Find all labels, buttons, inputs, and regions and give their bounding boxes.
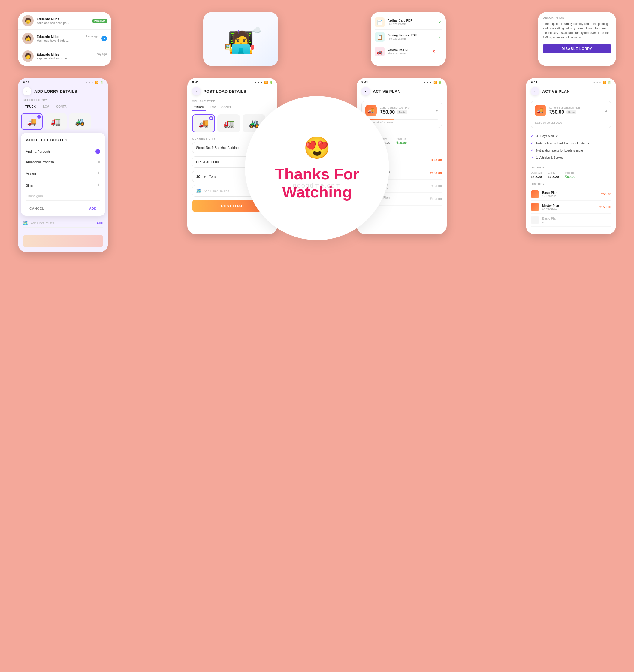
header-active-right: ‹ ACTIVE PLAN	[526, 85, 616, 98]
plan-name-row-left: ₹50.00 Basic	[380, 109, 433, 115]
lorry-fleet-text: Add Fleet Routes	[31, 221, 94, 225]
lorry-bottom: 🗺️ Add Fleet Routes ADD	[18, 216, 108, 231]
notif-content-3: Eduardo Miles 1 day ago Explore latest l…	[37, 52, 107, 60]
fleet-actions: CANCEL ADD	[26, 205, 100, 212]
truck-image-3[interactable]: 🚜	[69, 113, 91, 130]
truck-image-1[interactable]: 🚚	[21, 113, 43, 130]
truck-img-2[interactable]: 🚛	[217, 114, 240, 133]
fleet-route-item-3: Assam +	[26, 167, 100, 179]
vehicle-type-tabs: TRUCK LCV CONTA	[187, 104, 277, 111]
truck-radio-selected	[209, 116, 213, 120]
battery-icon-ar: 🔋	[608, 81, 611, 84]
plan-card-header-right: 🚚 Current Subscription Plan ₹50.00 Basic…	[535, 105, 607, 116]
plan-chevron-right: ▴	[605, 108, 607, 113]
header-title-lorry: ADD LORRY DETAILS	[34, 89, 77, 94]
header-active-left: ‹ ACTIVE PLAN	[357, 85, 447, 98]
tons-plus: +	[203, 174, 206, 179]
header-title-post-load: POST LOAD DETAILS	[204, 89, 246, 94]
doc-item-3: 🚗 Vehicle Rc.PDF File size 2.6MB ✗ ⏸	[375, 44, 442, 59]
signal-icon-post: ▲▲▲	[254, 81, 263, 84]
truck-image-2[interactable]: 🚛	[45, 113, 67, 130]
section-label-lorry: SELECT LORRY	[18, 98, 108, 101]
status-time-active-left: 9:41	[361, 80, 368, 84]
lorry-fleet-add[interactable]: ADD	[97, 221, 103, 225]
fleet-cancel-button[interactable]: CANCEL	[26, 205, 48, 212]
post-load-btn-label: POST LOAD	[221, 204, 244, 208]
feature-text-2: Instans Access to all Premium Features	[536, 142, 589, 145]
plan-card-header-left: 🚚 Current Subscription Plan ₹50.00 Basic…	[365, 105, 438, 116]
fleet-popup: ADD FLEET ROUTES Andhra Pardesh Arunacha…	[21, 133, 105, 216]
details-grid-right: Due Paid 12.2.20 Expiry 10.3.20 Paid Rs.…	[531, 171, 611, 179]
details-title-right: DETAILS	[531, 166, 611, 169]
fleet-route-item-4: Bihar +	[26, 179, 100, 191]
feature-item-3: ✓ Notification alerts for Loads & more	[531, 147, 611, 154]
feature-check-1: ✓	[531, 134, 534, 138]
screen-docs: 📄 Aadhar Card.PDF File size 2.5MB ✓ 📋 Dr…	[371, 12, 446, 66]
status-time-active-right: 9:41	[531, 80, 537, 84]
back-button-active-left[interactable]: ‹	[361, 87, 370, 95]
upload-decor-1: 🖼️	[225, 44, 231, 50]
plan-chevron-left: ▾	[436, 108, 438, 113]
doc-icon-2: 📋	[375, 32, 384, 42]
upload-cloud-icon: ☁️	[252, 25, 261, 35]
vehicle-tab-conta[interactable]: CONTA	[54, 104, 69, 110]
wifi-icon-post: 🛜	[264, 81, 268, 84]
fleet-icon-post: 🗺️	[196, 189, 201, 193]
watermark: gooodme.com	[293, 182, 341, 189]
vehicle-tab-truck[interactable]: TRUCK	[23, 104, 38, 110]
vehicle-tab-lcv[interactable]: LCV	[41, 104, 51, 110]
notif-item-2: 🧑 Eduardo Miles 1 min ago Your load have…	[18, 30, 111, 47]
history-title-right: HISTORY	[531, 183, 611, 186]
avatar-1: 🧑	[22, 15, 33, 26]
plan-expire-right: Expire on 20 Mar 2020	[535, 121, 607, 124]
history-item-2-right: Master Plan 14 Mar 2019 ₹150.00	[531, 201, 611, 214]
notif-text-2: Your load have 5 bids ...	[37, 39, 98, 42]
feature-check-4: ✓	[531, 155, 534, 160]
tons-number: 10	[196, 174, 200, 179]
doc-name-1: Aadhar Card.PDF File size 2.5MB	[388, 19, 435, 25]
desc-label: DESCRIPTION	[543, 16, 611, 19]
plan-info-left: Current Subscription Plan ₹50.00 Basic	[380, 106, 433, 115]
screen-upload: ↑ ☁️ 🧑‍💻 🖼️ !	[203, 12, 278, 66]
history-info-1-right: Basic Plan 12 Feb 2020	[542, 191, 598, 197]
lorry-post-button[interactable]	[23, 235, 103, 247]
desc-text: Lorem Ipsum is simply dummy text of the …	[543, 22, 611, 40]
fleet-route-name-4: Bihar	[26, 184, 33, 187]
fleet-route-name-5: Chandigarh	[26, 194, 43, 198]
upload-illustration: ↑ ☁️ 🧑‍💻 🖼️ !	[228, 25, 254, 52]
back-button-active-right[interactable]: ‹	[531, 87, 539, 95]
plan-info-right: Current Subscription Plan ₹50.00 Basic	[549, 106, 602, 115]
plan-icon-right: 🚚	[535, 105, 546, 116]
status-icons-lorry: ▲▲▲ 🛜 🔋	[85, 81, 103, 84]
bottom-row-wrapper: 9:41 ▲▲▲ 🛜 🔋 ‹ ADD LORRY DETAILS SELECT …	[0, 72, 634, 264]
tons-label-text: Tons	[209, 175, 216, 178]
fleet-x-2[interactable]: ×	[98, 160, 100, 165]
history-info-2-right: Master Plan 14 Mar 2019	[542, 204, 596, 210]
vtype-tab-lcv[interactable]: LCV	[208, 104, 218, 111]
wifi-icon: 🛜	[95, 81, 98, 84]
vehicle-tabs-lorry: TRUCK LCV CONTA	[18, 104, 108, 110]
fleet-add-button[interactable]: ADD	[86, 205, 100, 212]
screen-notifications: 🧑 Eduardo Miles Your load has been po...…	[18, 12, 111, 66]
feature-text-1: 30 Days Module	[536, 135, 558, 138]
battery-icon-al: 🔋	[438, 81, 442, 84]
vtype-tab-truck[interactable]: TRUCK	[192, 104, 206, 111]
history-item-1-right: Basic Plan 12 Feb 2020 ₹50.00	[531, 188, 611, 201]
plan-icon-left: 🚚	[365, 105, 377, 116]
truck-img-1[interactable]: 🚚	[192, 114, 215, 133]
vtype-tab-conta[interactable]: CONTA	[219, 104, 234, 111]
screen-active-plan-right: 9:41 ▲▲▲ 🛜 🔋 ‹ ACTIVE PLAN 🚚 Current Sub…	[526, 78, 616, 234]
disable-lorry-button[interactable]: DISABLE LORRY	[543, 44, 611, 53]
fleet-route-item-5: Chandigarh	[26, 191, 100, 201]
header-post-load: ‹ POST LOAD DETAILS	[187, 85, 277, 98]
header-title-active-right: ACTIVE PLAN	[542, 89, 570, 94]
back-button-post-load[interactable]: ‹	[192, 87, 201, 95]
fleet-check-dot-1[interactable]	[95, 149, 100, 154]
fleet-plus-4[interactable]: +	[97, 182, 100, 189]
wifi-icon-ar: 🛜	[603, 81, 606, 84]
history-info-3-right: Basic Plan ...	[542, 217, 608, 223]
history-dot-1-right	[531, 190, 539, 198]
doc-x-icon: ✗	[432, 49, 436, 54]
fleet-plus-3[interactable]: +	[97, 170, 100, 176]
back-button-lorry[interactable]: ‹	[23, 87, 31, 95]
